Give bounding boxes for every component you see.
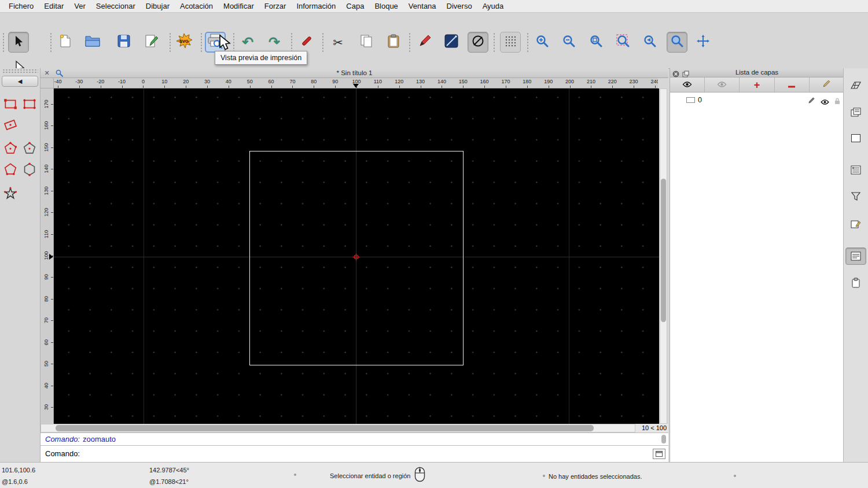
- menu-item-seleccionar[interactable]: Seleccionar: [91, 0, 141, 12]
- layer-lock-icon[interactable]: [834, 97, 840, 107]
- horizontal-scrollbar[interactable]: [41, 424, 635, 432]
- v-ruler-label: 150: [43, 139, 50, 156]
- tool-polygon-center-tangent[interactable]: [20, 139, 39, 158]
- toolbar-grip[interactable]: [290, 32, 293, 52]
- new-document-button[interactable]: [55, 32, 76, 53]
- toolbar-grip[interactable]: [493, 32, 495, 52]
- menu-item-modificar[interactable]: Modificar: [218, 0, 259, 12]
- eye-gray-icon: [717, 80, 727, 90]
- zoom-in-button[interactable]: [532, 32, 553, 53]
- pen-attributes-button[interactable]: [414, 32, 435, 53]
- menu-item-ventana[interactable]: Ventana: [403, 0, 442, 12]
- dock-command-line-button[interactable]: [845, 247, 866, 265]
- document-tab-title[interactable]: * Sin título 1: [41, 68, 668, 77]
- dock-block-list-button[interactable]: [845, 103, 866, 121]
- dock-pen-palette-button[interactable]: [845, 216, 866, 233]
- layer-list: 0: [670, 93, 844, 463]
- toolbar-grip[interactable]: [2, 32, 5, 52]
- save-button[interactable]: [113, 32, 134, 53]
- dock-3d-views-button[interactable]: [845, 77, 866, 94]
- show-all-layers-button[interactable]: [670, 77, 705, 92]
- toolbar-grip[interactable]: [233, 32, 235, 52]
- command-prompt-label: Comando:: [45, 449, 80, 458]
- toolbar-grip[interactable]: [200, 32, 203, 52]
- layer-print-icon[interactable]: [686, 97, 695, 103]
- v-ruler-position-marker: [49, 254, 53, 260]
- tool-rectangle-2corner[interactable]: [1, 95, 20, 113]
- tool-rectangle-rotated[interactable]: [1, 116, 20, 134]
- menu-item-diverso[interactable]: Diverso: [442, 0, 477, 12]
- zoom-out-icon: [562, 34, 576, 50]
- menu-item-acotacion[interactable]: Acotación: [175, 0, 218, 12]
- vertical-scrollbar[interactable]: [660, 88, 667, 424]
- add-layer-button[interactable]: +: [740, 77, 774, 92]
- h-ruler-tick: [143, 86, 144, 88]
- select-pointer-button[interactable]: [8, 32, 29, 53]
- toolbar-grip[interactable]: [527, 32, 529, 52]
- tool-rectangle-corners[interactable]: [20, 95, 39, 113]
- dock-grip[interactable]: [2, 69, 38, 74]
- toolbar-grip[interactable]: [409, 32, 411, 52]
- zoom-auto-button[interactable]: [586, 32, 606, 53]
- menu-item-dibujar[interactable]: Dibujar: [141, 0, 175, 12]
- line-attributes-button[interactable]: [441, 32, 462, 53]
- dock-clipboard-button[interactable]: [845, 274, 866, 291]
- toolbar-grip[interactable]: [50, 32, 52, 52]
- collapse-toolbar-button[interactable]: ◀: [2, 76, 38, 87]
- vertical-scrollbar-thumb[interactable]: [661, 179, 666, 322]
- grid-toggle-button[interactable]: [500, 32, 521, 53]
- copy-button[interactable]: [356, 32, 377, 53]
- toolbar-grip[interactable]: [322, 32, 324, 52]
- layer-row[interactable]: 0: [670, 95, 844, 106]
- dock-library-button[interactable]: [845, 130, 866, 147]
- layer-visibility-eye-icon[interactable]: [821, 97, 829, 108]
- pointer-icon: [12, 34, 25, 50]
- open-file-button[interactable]: [82, 32, 103, 53]
- h-ruler-tick: [506, 86, 506, 88]
- command-history-value: zoomauto: [83, 435, 116, 443]
- zoom-window-button[interactable]: [667, 32, 687, 53]
- command-input[interactable]: [87, 448, 645, 461]
- tool-hexagon[interactable]: [20, 160, 39, 179]
- h-ruler-label: 40: [220, 79, 237, 84]
- menu-item-capa[interactable]: Capa: [341, 0, 369, 12]
- h-ruler-label: 20: [177, 79, 194, 84]
- zoom-out-button[interactable]: [558, 32, 579, 53]
- tool-polygon-side[interactable]: [1, 160, 20, 179]
- zoom-pan-button[interactable]: [693, 32, 713, 53]
- delete-button[interactable]: [296, 32, 317, 53]
- layer-edit-pencil-icon[interactable]: [808, 96, 815, 106]
- drawing-canvas[interactable]: [54, 88, 659, 424]
- command-dock-button[interactable]: [653, 449, 665, 459]
- h-ruler-tick: [442, 86, 442, 88]
- dock-layer-list-button[interactable]: [845, 161, 866, 179]
- menu-item-fichero[interactable]: Fichero: [3, 0, 39, 12]
- save-as-button[interactable]: [141, 32, 162, 53]
- horizontal-scrollbar-thumb[interactable]: [56, 425, 594, 431]
- hide-all-layers-button[interactable]: [705, 77, 740, 92]
- tool-star[interactable]: [1, 184, 20, 203]
- menu-item-forzar[interactable]: Forzar: [259, 0, 292, 12]
- menu-item-editar[interactable]: Editar: [39, 0, 69, 12]
- construction-mode-button[interactable]: [468, 32, 488, 53]
- toolbar-grip[interactable]: [169, 32, 171, 52]
- command-history-scrollbar[interactable]: [661, 435, 666, 443]
- h-ruler-label: 150: [454, 79, 472, 84]
- v-ruler-label: 50: [43, 355, 50, 372]
- undo-button[interactable]: ↶: [237, 32, 258, 53]
- edit-layer-button[interactable]: [810, 77, 844, 92]
- export-svg-button[interactable]: SVG: [174, 32, 194, 53]
- paste-button[interactable]: [383, 32, 404, 53]
- h-ruler-tick: [292, 86, 293, 88]
- zoom-selected-button[interactable]: [613, 32, 634, 53]
- menu-item-ver[interactable]: Ver: [69, 0, 91, 12]
- menu-item-bloque[interactable]: Bloque: [369, 0, 403, 12]
- remove-layer-button[interactable]: [775, 77, 810, 92]
- menu-item-informacion[interactable]: Información: [291, 0, 341, 12]
- redo-button[interactable]: ↷: [264, 32, 285, 53]
- zoom-previous-button[interactable]: [639, 32, 660, 53]
- cut-button[interactable]: ✂: [328, 32, 348, 53]
- menu-item-ayuda[interactable]: Ayuda: [477, 0, 509, 12]
- dock-filter-button[interactable]: [845, 188, 866, 205]
- tool-polygon-center-corner[interactable]: [1, 139, 20, 158]
